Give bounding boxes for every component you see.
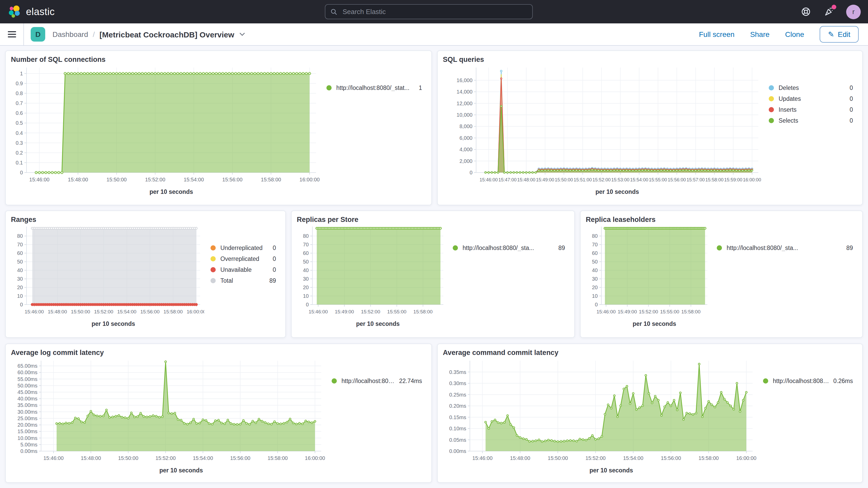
svg-text:15:54:00: 15:54:00	[630, 177, 648, 182]
svg-text:0.30ms: 0.30ms	[449, 380, 466, 386]
svg-text:60.00ms: 60.00ms	[18, 369, 37, 375]
dashboard-toolbar: D Dashboard / [Metricbeat CockroachDB] O…	[0, 23, 868, 46]
legend-item[interactable]: Overreplicated0	[211, 253, 276, 264]
svg-text:15:57:00: 15:57:00	[687, 177, 705, 182]
legend-dot-icon	[769, 96, 774, 101]
legend-label: Selects	[779, 117, 845, 123]
svg-text:15:56:00: 15:56:00	[668, 177, 686, 182]
svg-text:6,000: 6,000	[460, 135, 472, 141]
svg-text:20: 20	[303, 284, 309, 290]
legend-item[interactable]: Unavailable0	[211, 264, 276, 275]
full-screen-button[interactable]: Full screen	[699, 30, 735, 38]
svg-text:10.00ms: 10.00ms	[18, 435, 37, 441]
svg-text:0.4: 0.4	[16, 130, 23, 136]
legend-item[interactable]: Deletes0	[769, 82, 853, 93]
replica-leaseholders-chart[interactable]: 15:46:0015:49:0015:52:0015:55:0015:58:00…	[586, 224, 711, 330]
svg-text:15:48:00: 15:48:00	[81, 455, 101, 461]
svg-text:0.9: 0.9	[16, 81, 23, 86]
legend-label: Overreplicated	[220, 255, 269, 262]
menu-icon[interactable]	[0, 23, 24, 45]
svg-text:15:58:00: 15:58:00	[261, 177, 281, 182]
svg-text:per 10 seconds: per 10 seconds	[632, 321, 676, 327]
panel-title[interactable]: Ranges	[11, 215, 280, 224]
panel-title[interactable]: Number of SQL connections	[11, 55, 426, 64]
svg-text:15:46:00: 15:46:00	[472, 455, 493, 461]
legend-value: 0	[845, 85, 853, 91]
svg-text:60: 60	[17, 250, 23, 256]
edit-button[interactable]: ✎ Edit	[820, 26, 859, 42]
sql-connections-chart[interactable]: 15:46:0015:48:0015:50:0015:52:0015:54:00…	[11, 64, 320, 197]
svg-text:0.10ms: 0.10ms	[449, 426, 466, 431]
legend-label: Inserts	[779, 106, 845, 113]
svg-text:40: 40	[592, 267, 598, 273]
share-button[interactable]: Share	[750, 30, 770, 38]
svg-text:14,000: 14,000	[457, 89, 472, 95]
legend-item[interactable]: http://localhost:8080/_stat...1	[327, 82, 422, 93]
legend-item[interactable]: Inserts0	[769, 104, 853, 115]
legend-item[interactable]: Selects0	[769, 115, 853, 126]
global-search[interactable]	[325, 4, 533, 19]
legend-value: 0	[845, 106, 853, 113]
legend-item[interactable]: http://localhost:8080/_sta...89	[453, 242, 565, 253]
legend-item[interactable]: Total89	[211, 275, 276, 286]
svg-text:20: 20	[17, 284, 23, 290]
legend-label: Updates	[779, 95, 845, 101]
user-avatar[interactable]: r	[846, 4, 861, 19]
svg-text:15:52:00: 15:52:00	[592, 177, 611, 182]
svg-text:15:50:00: 15:50:00	[555, 177, 573, 182]
news-icon[interactable]	[823, 6, 834, 17]
svg-text:per 10 seconds: per 10 seconds	[356, 321, 399, 327]
svg-text:15:48:00: 15:48:00	[510, 455, 530, 461]
panel-title[interactable]: SQL queries	[443, 55, 857, 64]
legend-item[interactable]: http://localhost:808...22.74ms	[332, 375, 422, 386]
breadcrumb-dashboard[interactable]: Dashboard	[53, 30, 88, 38]
ranges-chart[interactable]: 15:46:0015:48:0015:50:0015:52:0015:54:00…	[11, 224, 204, 330]
legend-value: 0	[269, 266, 276, 273]
svg-text:8,000: 8,000	[460, 123, 472, 129]
avg-log-commit-latency-chart[interactable]: 15:46:0015:48:0015:50:0015:52:0015:54:00…	[11, 358, 326, 476]
legend: http://localhost:8080/_stat...1	[320, 64, 426, 93]
svg-text:16:00:00: 16:00:00	[736, 455, 756, 461]
svg-text:0.3: 0.3	[16, 140, 23, 146]
svg-text:15:50:00: 15:50:00	[118, 455, 138, 461]
svg-text:5.00ms: 5.00ms	[20, 442, 37, 448]
svg-text:30.00ms: 30.00ms	[18, 409, 37, 415]
svg-text:60: 60	[592, 250, 598, 256]
legend-dot-icon	[211, 278, 216, 283]
edit-label: Edit	[838, 30, 850, 38]
chevron-down-icon[interactable]	[239, 32, 245, 36]
svg-text:40: 40	[17, 267, 23, 273]
legend: Underreplicated0Overreplicated0Unavailab…	[204, 224, 280, 286]
panel-title[interactable]: Average log commit latency	[11, 348, 426, 358]
avg-command-commit-latency-chart[interactable]: 15:46:0015:48:0015:50:0015:52:0015:54:00…	[443, 358, 757, 476]
svg-text:80: 80	[303, 233, 309, 239]
panel-title[interactable]: Replicas per Store	[297, 215, 569, 224]
legend-item[interactable]: Underreplicated0	[211, 242, 276, 253]
sql-queries-chart[interactable]: 15:46:0015:47:0015:48:0015:49:0015:50:00…	[443, 64, 763, 197]
panel-sql-queries: SQL queries 15:46:0015:47:0015:48:0015:4…	[437, 51, 863, 205]
legend: http://localhost:8080/_sta...89	[446, 224, 569, 253]
legend-item[interactable]: http://localhost:8080/_sta...89	[717, 242, 853, 253]
search-input[interactable]	[341, 7, 527, 16]
panel-avg-command-commit-latency: Average command commit latency 15:46:001…	[437, 343, 863, 483]
panel-avg-log-commit-latency: Average log commit latency 15:46:0015:48…	[5, 343, 432, 483]
space-badge[interactable]: D	[31, 27, 45, 41]
legend-item[interactable]: Updates0	[769, 93, 853, 104]
brand-wordmark: elastic	[26, 6, 55, 18]
clone-button[interactable]: Clone	[785, 30, 804, 38]
svg-text:15:52:00: 15:52:00	[94, 309, 113, 314]
replicas-per-store-chart[interactable]: 15:46:0015:49:0015:52:0015:55:0015:58:00…	[297, 224, 446, 330]
svg-text:15:52:00: 15:52:00	[145, 177, 165, 182]
panel-replica-leaseholders: Replica leaseholders 15:46:0015:49:0015:…	[580, 211, 863, 338]
panel-title[interactable]: Replica leaseholders	[586, 215, 857, 224]
legend-dot-icon	[211, 267, 216, 272]
panel-title[interactable]: Average command commit latency	[443, 348, 857, 358]
avatar-initial: r	[852, 8, 855, 16]
help-icon[interactable]	[800, 6, 811, 17]
svg-text:15:54:00: 15:54:00	[623, 455, 644, 461]
svg-text:50: 50	[17, 259, 23, 265]
legend-value: 1	[414, 85, 422, 91]
svg-text:16,000: 16,000	[457, 78, 472, 83]
svg-text:10,000: 10,000	[457, 112, 472, 118]
legend-item[interactable]: http://localhost:8080...0.26ms	[763, 375, 853, 386]
